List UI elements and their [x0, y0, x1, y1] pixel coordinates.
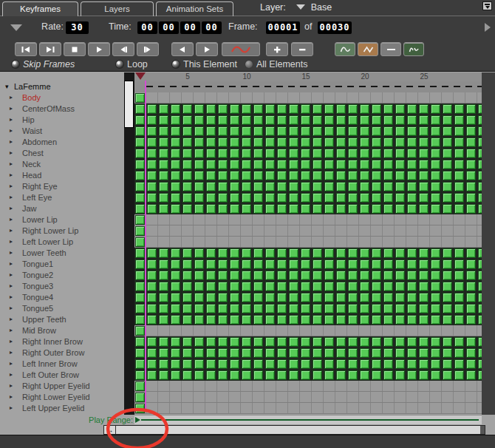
element-name[interactable]: Tongue3: [22, 282, 53, 291]
keyframe-cell[interactable]: [182, 370, 192, 380]
keyframe-cell[interactable]: [206, 248, 216, 258]
keyframe-row-upper-teeth[interactable]: [134, 314, 482, 325]
linear-section-button[interactable]: [358, 42, 378, 56]
expand-triangle-icon[interactable]: ▸: [10, 138, 13, 146]
keyframe-cell[interactable]: [360, 337, 369, 347]
keyframe-cell[interactable]: [443, 293, 452, 302]
keyframe-cell[interactable]: [324, 370, 334, 380]
keyframe-cell[interactable]: [242, 115, 251, 125]
keyframe-cell[interactable]: [206, 259, 216, 269]
keyframe-cell[interactable]: [147, 271, 157, 280]
keyframe-cell[interactable]: [253, 259, 263, 269]
keyframe-cell[interactable]: [194, 370, 204, 380]
keyframe-cell[interactable]: [159, 138, 168, 147]
keyframe-cell[interactable]: [230, 248, 239, 258]
keyframe-cell[interactable]: [230, 315, 239, 325]
keyframe-cell[interactable]: [360, 204, 369, 214]
keyframe-cell[interactable]: [301, 138, 310, 147]
keyframe-cell[interactable]: [419, 271, 429, 280]
keyframe-cell[interactable]: [466, 315, 476, 325]
element-row-waist[interactable]: ▸Waist: [0, 126, 124, 137]
element-name[interactable]: Lower Teeth: [22, 248, 66, 257]
keyframe-cell[interactable]: [147, 282, 157, 291]
keyframe-cell[interactable]: [324, 171, 334, 180]
tab-keyframes[interactable]: Keyframes: [2, 1, 78, 16]
keyframe-row-waist[interactable]: [134, 126, 482, 137]
expand-arrow-icon[interactable]: [485, 23, 491, 32]
keyframe-cell[interactable]: [218, 348, 228, 358]
flyout-triangle-icon[interactable]: [10, 24, 22, 31]
keyframe-cell[interactable]: [443, 171, 452, 180]
keyframe-cell[interactable]: [289, 204, 298, 214]
keyframe-cell[interactable]: [454, 193, 464, 203]
keyframe-cell[interactable]: [277, 315, 287, 325]
keyframe-cell[interactable]: [407, 348, 417, 358]
keyframe-cell[interactable]: [135, 171, 145, 180]
keyframe-cell[interactable]: [419, 293, 429, 302]
keyframe-cell[interactable]: [194, 359, 204, 369]
keyframe-cell[interactable]: [324, 104, 334, 114]
expand-triangle-icon[interactable]: ▸: [10, 204, 13, 213]
keyframe-cell[interactable]: [218, 149, 228, 158]
keyframe-cell[interactable]: [135, 126, 145, 136]
keyframe-cell[interactable]: [242, 348, 251, 358]
keyframe-cell[interactable]: [431, 104, 440, 114]
keyframe-cell[interactable]: [147, 104, 157, 114]
keyframe-cell[interactable]: [407, 315, 417, 325]
keyframe-cell[interactable]: [218, 115, 228, 125]
keyframe-cell[interactable]: [289, 104, 298, 114]
keyframe-cell[interactable]: [383, 348, 393, 358]
keyframe-cell[interactable]: [230, 138, 239, 147]
keyframe-cell[interactable]: [360, 370, 369, 380]
keyframe-cell[interactable]: [372, 104, 381, 114]
keyframe-cell[interactable]: [395, 193, 405, 203]
keyframe-cell[interactable]: [253, 293, 263, 302]
keyframe-cell[interactable]: [324, 259, 334, 269]
keyframe-cell[interactable]: [419, 359, 429, 369]
time-minutes-field[interactable]: 00: [159, 21, 179, 34]
current-frame-line[interactable]: [145, 81, 146, 412]
keyframe-cell[interactable]: [454, 370, 464, 380]
keyframe-cell[interactable]: [419, 248, 429, 258]
keyframe-cell[interactable]: [407, 293, 417, 302]
keyframe-cell[interactable]: [372, 171, 381, 180]
keyframe-cell[interactable]: [277, 359, 287, 369]
keyframe-cell[interactable]: [159, 337, 168, 347]
keyframe-cell[interactable]: [360, 182, 369, 191]
keyframe-cell[interactable]: [313, 204, 322, 214]
play-range-start-icon[interactable]: [135, 417, 140, 423]
element-row-abdomen[interactable]: ▸Abdomen: [0, 137, 124, 148]
keyframe-cell[interactable]: [135, 271, 145, 280]
keyframe-cell[interactable]: [454, 293, 464, 302]
keyframe-cell[interactable]: [171, 160, 180, 169]
keyframe-cell[interactable]: [206, 204, 216, 214]
keyframe-cell[interactable]: [372, 126, 381, 136]
element-name[interactable]: Left Outer Brow: [22, 370, 79, 379]
keyframe-row-neck[interactable]: [134, 159, 482, 170]
frame-ruler[interactable]: 510152025: [134, 72, 482, 81]
keyframe-cell[interactable]: [218, 282, 228, 291]
keyframe-cell[interactable]: [301, 126, 310, 136]
keyframe-cell[interactable]: [194, 138, 204, 147]
keyframe-cell[interactable]: [454, 271, 464, 280]
keyframe-cell[interactable]: [383, 282, 393, 291]
keyframe-cell[interactable]: [230, 126, 239, 136]
keyframe-cell[interactable]: [454, 304, 464, 313]
keyframe-cell[interactable]: [206, 104, 216, 114]
keyframe-cell[interactable]: [466, 348, 476, 358]
expand-triangle-icon[interactable]: ▸: [10, 282, 13, 291]
expand-triangle-icon[interactable]: ▸: [10, 381, 13, 390]
keyframe-cell[interactable]: [277, 138, 287, 147]
keyframe-cell[interactable]: [431, 348, 440, 358]
keyframe-cell[interactable]: [206, 315, 216, 325]
keyframe-cell[interactable]: [147, 348, 157, 358]
keyframe-cell[interactable]: [313, 359, 322, 369]
element-row-left-upper-eyelid[interactable]: ▸Left Upper Eyelid: [0, 403, 124, 414]
keyframe-cell[interactable]: [324, 204, 334, 214]
keyframe-cell[interactable]: [407, 115, 417, 125]
keyframe-cell[interactable]: [242, 259, 251, 269]
keyframe-cell[interactable]: [242, 271, 251, 280]
keyframe-cell[interactable]: [466, 337, 476, 347]
keyframe-cell[interactable]: [360, 115, 369, 125]
keyframe-cell[interactable]: [277, 115, 287, 125]
